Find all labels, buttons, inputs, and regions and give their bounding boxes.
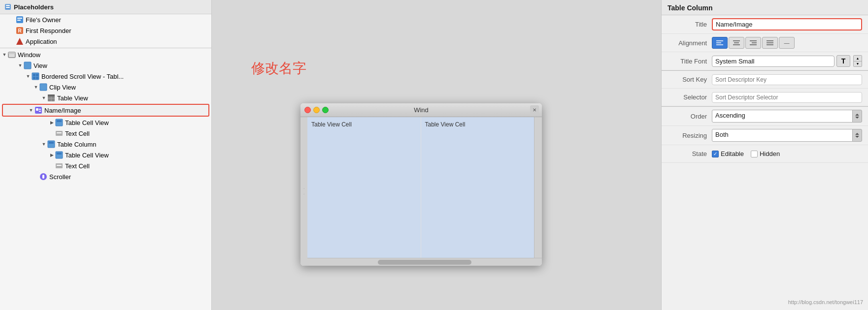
triangle-table-cell-view-2[interactable] [49,153,54,157]
sim-table-cell-2: Table View Cell [421,117,534,258]
text-cell-2-label: Text Cell [65,162,90,170]
align-justify-button[interactable] [762,37,778,49]
sidebar-item-table-column[interactable]: Table Column [0,139,211,150]
files-owner-label: File's Owner [26,16,61,24]
sidebar-item-table-cell-view-2[interactable]: Table Cell View [0,150,211,160]
watermark-text: http://blog.csdn.net/tongwei117 [788,299,863,305]
title-input[interactable] [712,18,862,31]
alignment-buttons: — [712,37,862,49]
traffic-light-red[interactable] [304,107,311,113]
svg-rect-23 [36,108,38,111]
order-label: Order [668,113,712,120]
sidebar-item-table-view[interactable]: Table View [0,93,211,103]
title-font-label: Title Font [668,58,712,65]
sidebar-item-scroller[interactable]: Scroller [0,171,211,182]
resizing-dropdown-arrow[interactable] [852,129,862,142]
view-label: View [33,62,47,69]
simulated-window: Wind ✕ · · Table View Cell Table View Ce… [300,103,542,266]
svg-marker-8 [16,38,23,45]
triangle-view[interactable] [18,63,23,68]
triangle-table-cell-view-1[interactable] [49,120,54,125]
sort-key-input[interactable] [712,74,862,85]
canvas-chinese-text: 修改名字 [251,59,306,78]
sidebar-item-application[interactable]: Application [0,36,211,47]
inspector-empty-area: http://blog.csdn.net/tongwei117 [662,163,868,310]
triangle-clip-view[interactable] [33,85,38,90]
triangle-table-view[interactable] [41,95,46,100]
svg-rect-25 [39,111,41,112]
sidebar-item-text-cell-2[interactable]: Text Cell [0,160,211,171]
inspector-row-sort-key: Sort Key [662,71,868,89]
sim-close-button[interactable]: ✕ [530,105,539,114]
sim-scrollbar-right[interactable] [534,117,542,258]
clip-view-label: Clip View [49,84,76,91]
sidebar-item-text-cell-1[interactable]: Text Cell [0,128,211,139]
sim-scrollbar-bottom[interactable] [307,258,542,266]
svg-rect-29 [57,132,62,133]
order-dropdown-arrow[interactable] [852,110,862,123]
svg-rect-27 [57,120,62,122]
svg-rect-37 [42,175,44,179]
stepper-down-button[interactable]: ▼ [854,62,862,67]
traffic-light-green[interactable] [322,107,329,113]
resizing-dropdown-field: Both [712,129,853,142]
svg-marker-52 [855,133,859,135]
sidebar-item-name-image[interactable]: Name/Image [2,104,209,117]
hidden-checkbox[interactable] [751,151,758,157]
stepper-up-button[interactable]: ▲ [854,56,862,62]
svg-rect-31 [49,142,54,144]
sidebar-item-clip-view[interactable]: Clip View [0,82,211,93]
bordered-scroll-view-label: Bordered Scroll View - Tabl... [41,73,124,80]
table-cell-view-1-icon [55,119,63,126]
selector-input[interactable] [712,92,862,103]
selector-container [712,92,862,103]
svg-rect-2 [6,7,10,8]
inspector-row-alignment: Alignment — [662,34,868,52]
divider [0,48,211,48]
sidebar-item-files-owner[interactable]: File's Owner [0,14,211,25]
triangle-bordered-scroll[interactable] [26,74,31,79]
sidebar-item-view[interactable]: View [0,60,211,71]
scroller-icon [39,173,47,181]
svg-text:R: R [18,28,22,33]
sidebar-item-window[interactable]: Window [0,49,211,60]
resizing-dropdown-container: Both [712,129,862,142]
align-left-button[interactable] [712,37,728,49]
sim-resize-handle: · · [300,117,307,266]
editable-checkbox[interactable] [712,151,719,157]
order-container: Ascending [712,110,862,123]
hidden-label: Hidden [760,150,780,157]
triangle-window[interactable] [2,52,7,57]
align-center-button[interactable] [729,37,744,49]
title-label: Title [668,21,712,28]
svg-rect-13 [33,74,35,76]
title-value-container [712,18,862,31]
triangle-table-column[interactable] [41,142,46,147]
title-font-stepper[interactable]: ▲ ▼ [853,55,862,67]
order-dropdown-container: Ascending [712,110,862,123]
align-right-button[interactable] [745,37,761,49]
inspector-row-state: State Editable Hidden [662,145,868,163]
svg-rect-17 [40,84,47,91]
editable-checkbox-label[interactable]: Editable [712,150,744,157]
bordered-scroll-view-icon [32,72,39,80]
state-checkboxes: Editable Hidden [712,150,862,157]
title-font-type-button[interactable]: T [836,55,850,67]
application-label: Application [26,38,57,45]
triangle-name-image[interactable] [29,108,33,113]
traffic-light-yellow[interactable] [313,107,320,113]
placeholders-title: Placeholders [14,3,54,11]
sidebar-item-table-cell-view-1[interactable]: Table Cell View [0,117,211,128]
order-dropdown-field: Ascending [712,110,853,123]
svg-rect-16 [36,77,38,79]
hidden-checkbox-label[interactable]: Hidden [751,150,780,157]
align-dash-button[interactable]: — [779,37,795,49]
svg-rect-33 [57,153,62,155]
svg-rect-4 [17,18,22,19]
sidebar-item-first-responder[interactable]: R First Responder [0,25,211,36]
svg-rect-15 [33,77,35,79]
sidebar-item-bordered-scroll-view[interactable]: Bordered Scroll View - Tabl... [0,71,211,82]
title-font-input[interactable] [712,56,835,67]
first-responder-icon: R [16,27,24,34]
sort-key-label: Sort Key [668,76,712,83]
